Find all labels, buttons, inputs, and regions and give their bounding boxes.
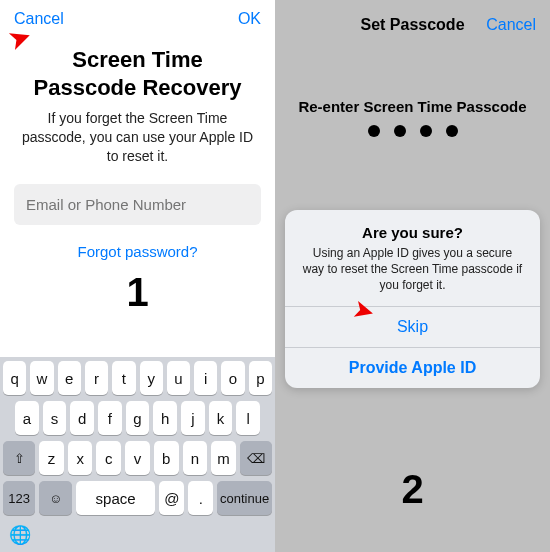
numbers-key[interactable]: 123 xyxy=(3,481,35,515)
key-p[interactable]: p xyxy=(249,361,272,395)
key-s[interactable]: s xyxy=(43,401,67,435)
key-c[interactable]: c xyxy=(96,441,121,475)
key-w[interactable]: w xyxy=(30,361,53,395)
key-v[interactable]: v xyxy=(125,441,150,475)
key-f[interactable]: f xyxy=(98,401,122,435)
dot-key[interactable]: . xyxy=(188,481,213,515)
key-l[interactable]: l xyxy=(236,401,260,435)
emoji-key[interactable]: ☺ xyxy=(39,481,71,515)
step-number-1: 1 xyxy=(0,260,275,315)
forgot-password-link[interactable]: Forgot password? xyxy=(0,225,275,260)
key-x[interactable]: x xyxy=(68,441,93,475)
key-t[interactable]: t xyxy=(112,361,135,395)
confirm-dialog: Are you sure? Using an Apple ID gives yo… xyxy=(285,210,540,388)
key-m[interactable]: m xyxy=(211,441,236,475)
soft-keyboard: qwertyuiop asdfghjkl ⇧zxcvbnm⌫ 123☺space… xyxy=(0,357,275,552)
key-i[interactable]: i xyxy=(194,361,217,395)
globe-icon[interactable]: 🌐 xyxy=(3,521,272,546)
cancel-button[interactable]: Cancel xyxy=(14,10,64,28)
nav-bar: Cancel OK xyxy=(0,0,275,32)
key-o[interactable]: o xyxy=(221,361,244,395)
title-line2: Passcode Recovery xyxy=(16,74,259,102)
at-key[interactable]: @ xyxy=(159,481,184,515)
key-u[interactable]: u xyxy=(167,361,190,395)
key-z[interactable]: z xyxy=(39,441,64,475)
passcode-dots xyxy=(275,115,550,137)
continue-key[interactable]: continue xyxy=(217,481,272,515)
appleid-input[interactable] xyxy=(14,184,261,225)
key-g[interactable]: g xyxy=(126,401,150,435)
key-j[interactable]: j xyxy=(181,401,205,435)
dialog-title: Are you sure? xyxy=(301,224,524,241)
key-b[interactable]: b xyxy=(154,441,179,475)
page-title: Screen Time Passcode Recovery xyxy=(0,32,275,109)
key-q[interactable]: q xyxy=(3,361,26,395)
dialog-body: Using an Apple ID gives you a secure way… xyxy=(301,245,524,294)
nav-bar-right: Set Passcode Cancel xyxy=(275,0,550,34)
reenter-label: Re-enter Screen Time Passcode xyxy=(275,34,550,115)
key-k[interactable]: k xyxy=(209,401,233,435)
set-passcode-title: Set Passcode xyxy=(360,16,464,34)
key-d[interactable]: d xyxy=(70,401,94,435)
key-n[interactable]: n xyxy=(183,441,208,475)
recovery-screen: Cancel OK ➤ Screen Time Passcode Recover… xyxy=(0,0,275,552)
page-subtext: If you forget the Screen Time passcode, … xyxy=(0,109,275,184)
key-a[interactable]: a xyxy=(15,401,39,435)
key-r[interactable]: r xyxy=(85,361,108,395)
cancel-button-right[interactable]: Cancel xyxy=(486,16,536,34)
key-y[interactable]: y xyxy=(140,361,163,395)
set-passcode-screen: Set Passcode Cancel Re-enter Screen Time… xyxy=(275,0,550,552)
skip-button[interactable]: Skip xyxy=(285,306,540,347)
step-number-2: 2 xyxy=(275,467,550,512)
shift-key[interactable]: ⇧ xyxy=(3,441,35,475)
backspace-key[interactable]: ⌫ xyxy=(240,441,272,475)
passcode-dot xyxy=(446,125,458,137)
title-line1: Screen Time xyxy=(16,46,259,74)
key-e[interactable]: e xyxy=(58,361,81,395)
passcode-dot xyxy=(394,125,406,137)
ok-button[interactable]: OK xyxy=(238,10,261,28)
passcode-dot xyxy=(420,125,432,137)
space-key[interactable]: space xyxy=(76,481,156,515)
passcode-dot xyxy=(368,125,380,137)
provide-appleid-button[interactable]: Provide Apple ID xyxy=(285,347,540,388)
key-h[interactable]: h xyxy=(153,401,177,435)
